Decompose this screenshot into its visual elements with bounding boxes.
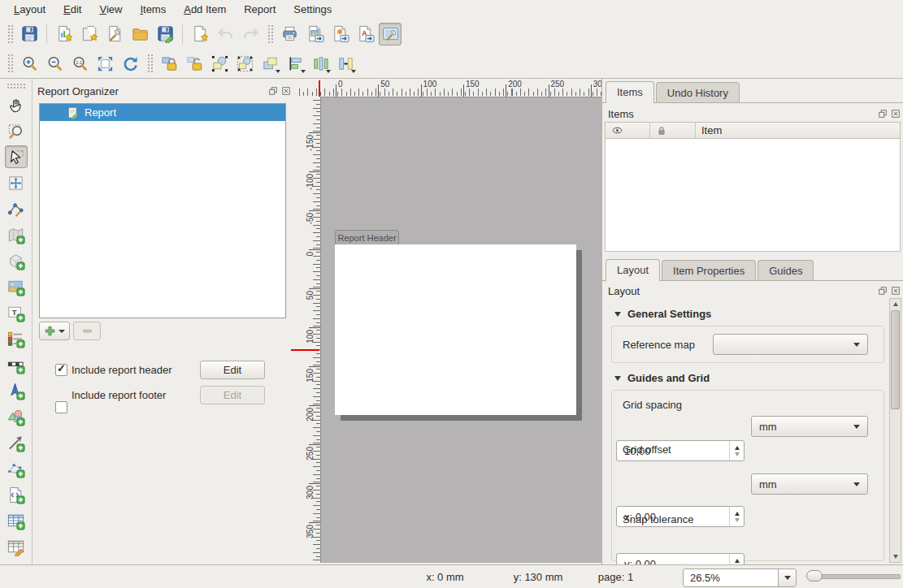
item-column-header: Item — [696, 123, 900, 138]
menu-layout[interactable]: Layout — [5, 1, 54, 18]
grid-offset-unit-combo[interactable]: mm — [751, 473, 868, 495]
layout-panel-scrollbar[interactable] — [889, 298, 901, 563]
add-north-arrow-button[interactable] — [5, 379, 28, 402]
report-tree[interactable]: Report — [39, 103, 286, 318]
ungroup-items-button[interactable] — [233, 52, 256, 75]
select-move-item-button[interactable] — [5, 145, 28, 168]
add-shape-button[interactable] — [5, 405, 28, 428]
refresh-view-button[interactable] — [119, 52, 141, 75]
add-3d-map-button[interactable] — [5, 249, 28, 272]
ruler-tick — [549, 84, 549, 97]
export-as-image-button[interactable] — [303, 23, 326, 45]
collapse-triangle-icon — [614, 376, 621, 381]
tab-undo-history[interactable]: Undo History — [656, 82, 740, 102]
toolbar-separator — [182, 24, 183, 44]
spin-arrows[interactable] — [729, 441, 744, 460]
export-as-pdf-button[interactable]: A — [354, 23, 376, 45]
zoom-level-combo[interactable]: 26.5% — [683, 569, 797, 587]
float-panel-icon[interactable] — [267, 86, 278, 97]
menu-edit[interactable]: Edit — [54, 1, 90, 18]
move-item-content-button[interactable] — [5, 171, 28, 194]
toolbar-grip[interactable] — [267, 24, 273, 45]
lock-selected-items-button[interactable] — [158, 52, 180, 75]
ruler-tick-label: 100 — [306, 330, 315, 344]
add-html-button[interactable] — [5, 483, 28, 506]
float-panel-icon[interactable] — [877, 109, 888, 119]
zoom-slider-handle[interactable] — [806, 570, 823, 582]
align-items-button[interactable] — [284, 52, 306, 75]
report-settings-button[interactable] — [379, 23, 402, 45]
scrollbar-thumb[interactable] — [891, 310, 900, 409]
distribute-items-button[interactable] — [309, 52, 332, 75]
general-settings-section[interactable]: General Settings — [614, 308, 711, 320]
report-properties-button[interactable] — [103, 23, 126, 45]
raise-items-button[interactable] — [258, 52, 281, 75]
print-button[interactable] — [278, 23, 301, 45]
add-picture-button[interactable] — [5, 275, 28, 298]
scroll-down-arrow[interactable] — [890, 551, 901, 562]
save-as-template-button[interactable] — [154, 23, 176, 45]
chevron-down-icon — [276, 70, 280, 73]
ruler-tick — [309, 444, 320, 445]
add-map-button[interactable] — [5, 223, 28, 246]
ruler-tick-label: 100 — [423, 80, 437, 89]
zoom-actual-button[interactable]: 1:1 — [68, 52, 91, 75]
add-attribute-table-button[interactable] — [5, 509, 28, 532]
zoom-full-button[interactable] — [93, 52, 116, 75]
guides-grid-section[interactable]: Guides and Grid — [614, 372, 710, 384]
close-panel-icon[interactable] — [890, 286, 901, 296]
open-template-button[interactable] — [128, 23, 151, 45]
menu-report[interactable]: Report — [235, 1, 284, 18]
duplicate-report-button[interactable] — [78, 23, 101, 45]
group-items-button[interactable] — [208, 52, 231, 75]
report-page[interactable] — [335, 244, 576, 415]
unlock-all-items-button[interactable] — [183, 52, 206, 75]
grid-spacing-unit-combo[interactable]: mm — [751, 416, 868, 437]
zoom-combo-dropdown-button[interactable] — [778, 569, 796, 586]
resize-items-button[interactable] — [334, 52, 357, 75]
toolbar-grip[interactable] — [7, 24, 13, 45]
spin-arrows[interactable] — [729, 507, 744, 526]
add-section-button[interactable] — [39, 322, 70, 340]
scroll-up-arrow[interactable] — [890, 299, 901, 309]
new-report-button[interactable] — [53, 23, 76, 45]
tab-items[interactable]: Items — [606, 81, 654, 103]
edit-nodes-item-button[interactable] — [5, 197, 28, 220]
tree-row-report[interactable]: Report — [40, 104, 285, 121]
menu-items[interactable]: Items — [131, 1, 175, 18]
include-report-footer-checkbox[interactable] — [55, 401, 67, 413]
add-legend-button[interactable] — [5, 327, 28, 350]
reference-map-combo[interactable] — [713, 334, 868, 355]
close-panel-icon[interactable] — [280, 86, 291, 97]
export-as-svg-button[interactable] — [328, 23, 351, 45]
items-table-body[interactable] — [605, 139, 901, 252]
include-report-header-checkbox[interactable] — [55, 364, 67, 376]
toolbar-grip[interactable] — [7, 53, 13, 74]
add-arrow-button[interactable] — [5, 431, 28, 454]
zoom-out-button[interactable] — [43, 52, 66, 75]
add-scalebar-button[interactable] — [5, 353, 28, 376]
add-items-from-template-button[interactable] — [189, 23, 211, 45]
pan-layout-button[interactable] — [5, 93, 28, 116]
tab-item-properties[interactable]: Item Properties — [662, 260, 756, 280]
zoom-in-button[interactable] — [18, 52, 41, 75]
tab-guides[interactable]: Guides — [758, 260, 814, 280]
cursor-y-marker — [291, 349, 319, 351]
add-label-button[interactable]: T — [5, 301, 28, 324]
float-panel-icon[interactable] — [877, 286, 888, 296]
menu-settings[interactable]: Settings — [284, 1, 341, 18]
toolbar-grip[interactable] — [6, 82, 27, 89]
save-project-button[interactable] — [18, 23, 41, 45]
zoom-tool-button[interactable] — [5, 119, 28, 142]
edit-header-button[interactable]: Edit — [200, 361, 265, 379]
items-table-header: Item — [605, 122, 901, 139]
undo-button — [214, 23, 237, 45]
tab-layout[interactable]: Layout — [606, 259, 660, 281]
menu-view[interactable]: View — [90, 1, 131, 18]
add-fixed-table-button[interactable] — [5, 535, 28, 558]
visibility-column-header — [606, 123, 650, 138]
menu-add-item[interactable]: Add Item — [175, 1, 235, 18]
add-node-item-button[interactable] — [5, 457, 28, 480]
close-panel-icon[interactable] — [890, 109, 901, 119]
toolbar-grip[interactable] — [146, 53, 153, 74]
